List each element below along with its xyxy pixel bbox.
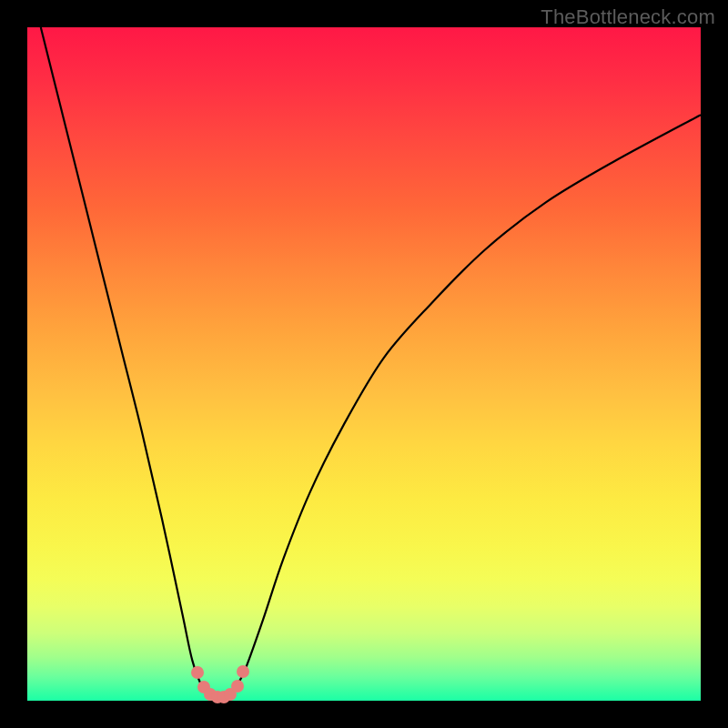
highlight-dot (191, 666, 204, 679)
minimum-region-dots (27, 27, 701, 701)
chart-plot-area (27, 27, 701, 701)
highlight-dot (231, 680, 244, 693)
highlight-dot (237, 665, 249, 678)
watermark-text: TheBottleneck.com (541, 5, 715, 29)
